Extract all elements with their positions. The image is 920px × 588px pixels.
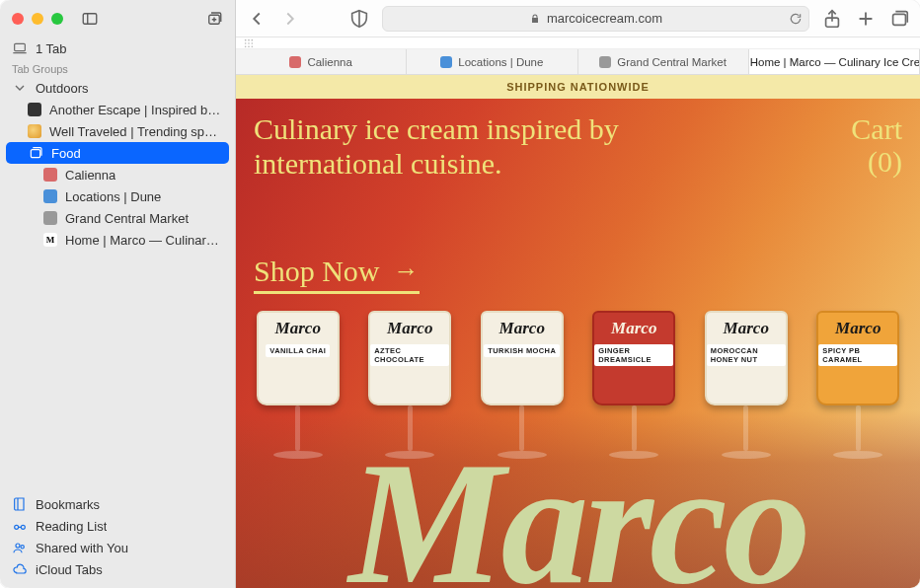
sidebar-item-label: Calienna bbox=[65, 168, 115, 183]
pint-cup: Marco MOROCCAN HONEY NUT bbox=[705, 311, 788, 405]
cart-link[interactable]: Cart (0) bbox=[851, 112, 902, 178]
pint-flavor: GINGER DREAMSICLE bbox=[594, 344, 673, 366]
new-tab-button[interactable] bbox=[855, 8, 877, 30]
sidebar-item-another-escape[interactable]: Another Escape | Inspired by nature bbox=[0, 99, 235, 120]
favicon-icon bbox=[440, 56, 452, 68]
lock-icon bbox=[529, 13, 541, 25]
toolbar: marcoicecream.com bbox=[236, 0, 920, 37]
tab-label: Home | Marco — Culinary Ice Cream bbox=[750, 56, 920, 68]
tab-group-outdoors[interactable]: Outdoors bbox=[0, 77, 235, 99]
cart-label: Cart bbox=[851, 112, 902, 145]
sidebar-item-calienna[interactable]: Calienna bbox=[0, 164, 235, 185]
hero-headline: Culinary ice cream inspired by internati… bbox=[254, 112, 668, 181]
svg-point-24 bbox=[245, 45, 247, 47]
glasses-icon bbox=[12, 518, 28, 534]
people-icon bbox=[12, 540, 28, 555]
reading-list-row[interactable]: Reading List bbox=[0, 515, 235, 537]
reading-list-label: Reading List bbox=[36, 519, 107, 534]
svg-rect-17 bbox=[893, 14, 906, 25]
tab-label: Calienna bbox=[307, 56, 351, 68]
sidebar-item-dune[interactable]: Locations | Dune bbox=[0, 185, 235, 207]
forward-button[interactable] bbox=[279, 8, 301, 30]
svg-point-11 bbox=[16, 544, 20, 548]
sidebar-item-marco[interactable]: M Home | Marco — Culinary Ice Cream bbox=[0, 229, 235, 251]
shop-now-link[interactable]: Shop Now → bbox=[254, 255, 420, 294]
brand-logo-text: Marco bbox=[236, 449, 920, 588]
arrow-right-icon: → bbox=[394, 257, 420, 286]
sidebar-bottom-section: Bookmarks Reading List Shared with You i… bbox=[0, 493, 235, 588]
shared-with-you-label: Shared with You bbox=[36, 541, 128, 555]
favicon-icon bbox=[599, 56, 611, 68]
pint: Marco VANILLA CHAI bbox=[249, 311, 347, 459]
reload-icon[interactable] bbox=[789, 12, 803, 26]
new-tab-group-icon[interactable] bbox=[205, 10, 223, 28]
pint-brand: Marco bbox=[275, 319, 321, 338]
main-content-area: marcoicecream.com Calienna bbox=[236, 0, 920, 588]
svg-point-19 bbox=[248, 38, 250, 40]
close-window-button[interactable] bbox=[12, 13, 24, 25]
sidebar-item-label: Locations | Dune bbox=[65, 189, 161, 204]
pint-brand: Marco bbox=[835, 319, 881, 338]
shared-with-you-row[interactable]: Shared with You bbox=[0, 537, 235, 558]
laptop-icon bbox=[12, 40, 28, 56]
svg-point-22 bbox=[248, 42, 250, 44]
zoom-window-button[interactable] bbox=[51, 13, 63, 25]
svg-rect-7 bbox=[31, 150, 39, 158]
pint-cup: Marco AZTEC CHOCOLATE bbox=[368, 311, 451, 405]
svg-point-26 bbox=[252, 45, 254, 47]
sidebar: 1 Tab Tab Groups Outdoors Another Escape… bbox=[0, 0, 236, 588]
tab-count-label: 1 Tab bbox=[36, 41, 67, 56]
cloud-icon bbox=[12, 561, 28, 577]
pint-cup: Marco VANILLA CHAI bbox=[257, 311, 340, 405]
cart-count: (0) bbox=[851, 145, 902, 178]
minimize-window-button[interactable] bbox=[32, 13, 43, 25]
icloud-tabs-row[interactable]: iCloud Tabs bbox=[0, 558, 235, 580]
tab-bar: Calienna Locations | Dune Grand Central … bbox=[236, 49, 920, 75]
tab-gcm[interactable]: Grand Central Market bbox=[578, 49, 749, 74]
sidebar-toggle-icon[interactable] bbox=[81, 10, 99, 28]
tab-marco[interactable]: M Home | Marco — Culinary Ice Cream bbox=[749, 49, 920, 74]
tab-calienna[interactable]: Calienna bbox=[236, 49, 407, 74]
svg-rect-0 bbox=[83, 14, 97, 25]
tab-group-label: Outdoors bbox=[36, 81, 88, 96]
svg-point-12 bbox=[21, 546, 24, 549]
tab-count-row[interactable]: 1 Tab bbox=[0, 37, 235, 59]
svg-point-20 bbox=[252, 38, 254, 40]
pint-brand: Marco bbox=[387, 319, 432, 338]
chevron-down-icon bbox=[12, 80, 28, 96]
pint-flavor: TURKISH MOCHA bbox=[484, 344, 560, 357]
tab-dune[interactable]: Locations | Dune bbox=[407, 49, 577, 74]
tab-overview-button[interactable] bbox=[888, 8, 910, 30]
window-titlebar bbox=[0, 0, 235, 37]
back-button[interactable] bbox=[246, 8, 268, 30]
sidebar-item-label: Home | Marco — Culinary Ice Cream bbox=[65, 233, 223, 248]
sidebar-item-well-traveled[interactable]: Well Traveled | Trending spots, en… bbox=[0, 120, 235, 142]
favicon-icon: M bbox=[43, 233, 57, 247]
safari-window: 1 Tab Tab Groups Outdoors Another Escape… bbox=[0, 0, 920, 588]
pint-flavor: AZTEC CHOCOLATE bbox=[370, 344, 449, 366]
book-icon bbox=[12, 496, 28, 512]
sidebar-item-gcm[interactable]: Grand Central Market bbox=[0, 207, 235, 229]
svg-point-9 bbox=[15, 525, 19, 529]
sidebar-item-label: Food bbox=[51, 146, 81, 161]
favicon-icon bbox=[43, 189, 57, 203]
pint-brand: Marco bbox=[499, 319, 545, 338]
shipping-banner: SHIPPING NATIONWIDE bbox=[236, 75, 920, 99]
sidebar-item-label: Another Escape | Inspired by nature bbox=[49, 103, 223, 117]
bookmarks-row[interactable]: Bookmarks bbox=[0, 493, 235, 515]
address-bar[interactable]: marcoicecream.com bbox=[382, 6, 809, 32]
sidebar-item-food[interactable]: Food bbox=[6, 142, 229, 164]
pint: Marco SPICY PB CARAMEL bbox=[808, 311, 907, 459]
sidebar-item-label: Well Traveled | Trending spots, en… bbox=[49, 124, 223, 139]
pint-cup: Marco TURKISH MOCHA bbox=[481, 311, 564, 405]
share-button[interactable] bbox=[821, 8, 843, 30]
favorites-grid-icon[interactable] bbox=[244, 38, 254, 48]
favicon-icon bbox=[28, 103, 41, 116]
svg-point-25 bbox=[248, 45, 250, 47]
shop-now-label: Shop Now bbox=[254, 255, 380, 288]
pint-flavor: MOROCCAN HONEY NUT bbox=[707, 344, 786, 366]
tab-label: Locations | Dune bbox=[458, 56, 543, 68]
traffic-lights bbox=[12, 13, 63, 25]
privacy-shield-icon[interactable] bbox=[348, 8, 370, 30]
favicon-icon bbox=[28, 124, 41, 138]
